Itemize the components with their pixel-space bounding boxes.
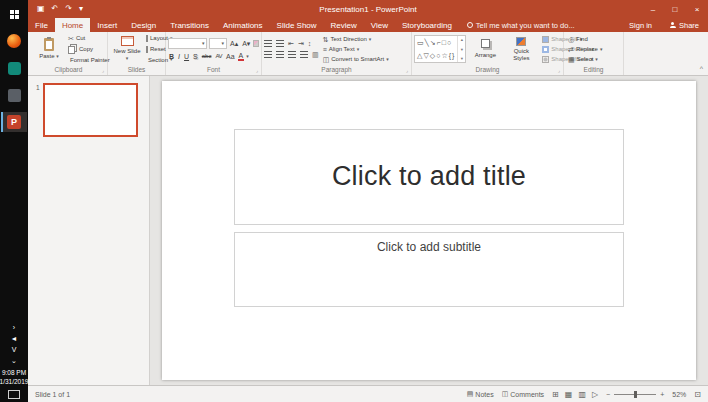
tab-storyboarding[interactable]: Storyboarding <box>395 18 459 32</box>
convert-to-smartart-button[interactable]: ◫Convert to SmartArt▾ <box>323 55 389 64</box>
tab-insert[interactable]: Insert <box>90 18 124 32</box>
replace-button[interactable]: ⇄Replace▾ <box>568 45 602 54</box>
action-center-icon[interactable] <box>8 390 20 399</box>
format-painter-button[interactable]: Format Painter <box>68 56 105 65</box>
section-button[interactable]: Section▾ <box>146 55 163 64</box>
title-placeholder[interactable]: Click to add title <box>234 129 624 225</box>
drawing-dialog-launcher[interactable]: ⌟ <box>558 68 560 73</box>
align-left-button[interactable] <box>264 51 272 58</box>
shapes-scroll-up-icon[interactable]: ▴ <box>461 37 463 42</box>
notes-button[interactable]: ▤Notes <box>467 390 494 398</box>
view-normal-button[interactable]: ⊞ <box>552 390 559 399</box>
font-dialog-launcher[interactable]: ⌟ <box>256 68 258 73</box>
tab-file[interactable]: File <box>28 18 55 32</box>
tray-expand-chevron[interactable]: › <box>13 324 15 331</box>
arrange-button[interactable]: Arrange <box>468 34 502 64</box>
reset-button[interactable]: Reset <box>146 45 163 54</box>
line-spacing-button[interactable]: ↕ <box>308 40 312 47</box>
quick-styles-button[interactable]: Quick Styles <box>504 34 538 64</box>
font-name-combo[interactable]: ▾ <box>168 38 207 49</box>
strikethrough-button[interactable]: abc <box>201 53 213 59</box>
shapes-more-icon[interactable]: ▾ <box>461 56 463 61</box>
share-button[interactable]: Share <box>661 18 708 32</box>
zoom-slider[interactable] <box>614 394 656 395</box>
font-color-caret[interactable]: ▾ <box>246 54 249 59</box>
tray-caret-icon[interactable]: ⌄ <box>11 357 17 364</box>
layout-button[interactable]: Layout▾ <box>146 34 163 43</box>
zoom-level[interactable]: 52% <box>672 391 686 398</box>
increase-indent-button[interactable]: ⇥ <box>298 40 304 47</box>
sign-in-button[interactable]: Sign in <box>620 18 661 32</box>
tell-me-box[interactable]: Tell me what you want to do... <box>459 18 583 32</box>
shapes-scroll-down-icon[interactable]: ▾ <box>461 47 463 52</box>
tab-view[interactable]: View <box>364 18 395 32</box>
shapes-row-1[interactable]: ▭╲↘⌐□○ <box>417 39 455 46</box>
taskbar-firefox-button[interactable] <box>1 31 27 51</box>
change-case-button[interactable]: Aa <box>225 53 236 60</box>
system-tray: › ◄ V ⌄ 9:08 PM 1/31/2019 <box>0 324 28 402</box>
columns-button[interactable]: ▥ <box>312 51 319 58</box>
close-button[interactable]: × <box>686 0 708 18</box>
find-button[interactable]: ◎Find <box>568 35 602 44</box>
copy-button[interactable]: Copy <box>68 45 105 54</box>
minimize-button[interactable]: – <box>642 0 664 18</box>
bold-button[interactable]: B <box>168 53 175 60</box>
qat-customize-button[interactable]: ▾ <box>79 5 83 13</box>
justify-button[interactable] <box>300 51 308 58</box>
maximize-button[interactable]: □ <box>664 0 686 18</box>
numbering-button[interactable] <box>276 40 284 47</box>
slide-thumbnail[interactable] <box>43 83 138 137</box>
underline-button[interactable]: U <box>183 53 190 60</box>
shapes-gallery[interactable]: ▭╲↘⌐□○ △▽◇○☆{} ▴ ▾ ▾ <box>414 35 466 63</box>
subtitle-placeholder[interactable]: Click to add subtitle <box>234 232 624 307</box>
tab-slide-show[interactable]: Slide Show <box>270 18 324 32</box>
collapse-ribbon-button[interactable]: ^ <box>700 65 703 72</box>
view-slide-sorter-button[interactable]: ▦ <box>565 390 573 399</box>
shapes-row-2[interactable]: △▽◇○☆{} <box>417 52 455 59</box>
taskbar-powerpoint-button[interactable]: P <box>1 112 27 132</box>
zoom-slider-thumb[interactable] <box>634 391 637 398</box>
volume-icon[interactable]: ◄ <box>11 335 18 342</box>
tab-design[interactable]: Design <box>124 18 163 32</box>
align-text-button[interactable]: ≡Align Text▾ <box>323 45 389 54</box>
input-indicator-icon[interactable]: V <box>12 346 17 353</box>
bullets-button[interactable] <box>264 40 272 47</box>
zoom-in-button[interactable]: + <box>660 391 664 398</box>
tab-review[interactable]: Review <box>324 18 364 32</box>
comments-button[interactable]: ◫Comments <box>502 390 544 398</box>
paragraph-dialog-launcher[interactable]: ⌟ <box>406 68 408 73</box>
fit-slide-to-window-button[interactable]: ⊡ <box>694 390 701 399</box>
slide[interactable]: Click to add title Click to add subtitle <box>162 81 696 380</box>
decrease-indent-button[interactable]: ⇤ <box>288 40 294 47</box>
taskbar-gray-app-button[interactable] <box>1 85 27 105</box>
align-center-button[interactable] <box>276 51 284 58</box>
italic-button[interactable]: I <box>177 53 181 60</box>
start-button[interactable] <box>1 4 27 24</box>
tab-transitions[interactable]: Transitions <box>163 18 216 32</box>
font-color-button[interactable]: A <box>238 52 245 61</box>
grow-font-button[interactable]: A▴ <box>229 40 239 47</box>
view-slideshow-button[interactable]: ▷ <box>592 390 598 399</box>
tab-home[interactable]: Home <box>55 18 90 32</box>
redo-button[interactable]: ↷ <box>65 5 72 13</box>
paste-button[interactable]: Paste ▾ <box>32 34 66 64</box>
taskbar-teal-app-button[interactable] <box>1 58 27 78</box>
shapes-gallery-scrollbar[interactable]: ▴ ▾ ▾ <box>457 36 465 62</box>
clear-formatting-button[interactable] <box>253 40 259 47</box>
shrink-font-button[interactable]: A▾ <box>241 40 251 47</box>
save-button[interactable]: ▣ <box>37 5 45 13</box>
zoom-out-button[interactable]: − <box>606 391 610 398</box>
taskbar-clock[interactable]: 9:08 PM 1/31/2019 <box>0 368 28 386</box>
cut-button[interactable]: ✂Cut <box>68 34 105 43</box>
new-slide-button[interactable]: New Slide ▾ <box>110 34 144 64</box>
align-right-button[interactable] <box>288 51 296 58</box>
character-spacing-button[interactable]: AV <box>214 53 223 59</box>
text-direction-button[interactable]: ⇅Text Direction▾ <box>323 35 389 44</box>
view-reading-button[interactable]: ▥ <box>578 390 586 399</box>
undo-button[interactable]: ↶ <box>52 5 59 13</box>
tab-animations[interactable]: Animations <box>216 18 270 32</box>
select-button[interactable]: ▦Select▾ <box>568 55 602 64</box>
clipboard-dialog-launcher[interactable]: ⌟ <box>102 68 104 73</box>
font-size-combo[interactable]: ▾ <box>209 38 227 49</box>
text-shadow-button[interactable]: S <box>192 53 199 60</box>
